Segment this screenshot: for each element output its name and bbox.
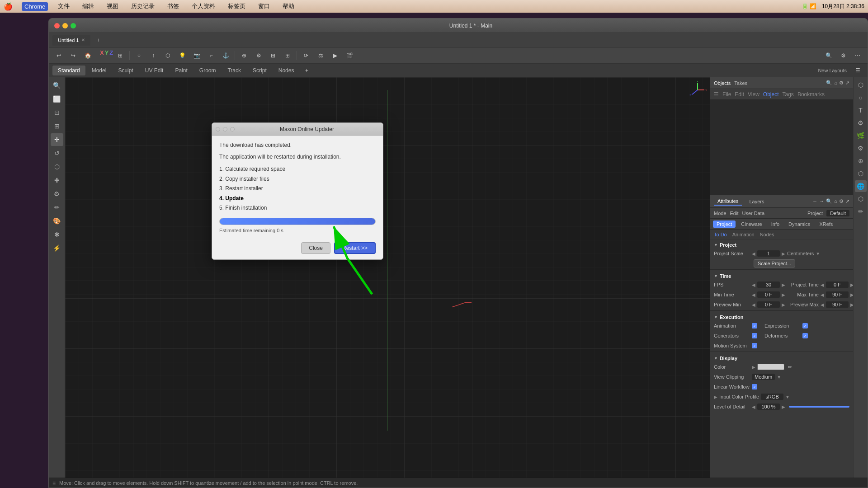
toolbar-undo[interactable]: ↩ bbox=[52, 49, 65, 62]
color-swatch[interactable] bbox=[757, 364, 784, 370]
view-clipping-value[interactable]: Medium bbox=[752, 374, 775, 380]
tab-groom[interactable]: Groom bbox=[194, 66, 222, 75]
tool-render2[interactable]: 🎬 bbox=[343, 49, 356, 62]
tab-objects[interactable]: Objects bbox=[714, 80, 731, 86]
max-time-value[interactable]: 90 F bbox=[826, 291, 849, 298]
menu-tabs[interactable]: 标签页 bbox=[225, 1, 248, 11]
tool-transform[interactable]: ✚ bbox=[51, 174, 63, 187]
lod-slider-track[interactable] bbox=[789, 406, 849, 408]
project-scale-unit-arrow[interactable]: ▼ bbox=[816, 251, 820, 256]
tab-untitled[interactable]: Untitled 1 ✕ bbox=[52, 35, 90, 46]
tool-coord[interactable]: ⊕ bbox=[238, 49, 250, 62]
menu-view[interactable]: 视图 bbox=[104, 1, 121, 11]
tab-standard[interactable]: Standard bbox=[52, 66, 85, 75]
view-clipping-dropdown[interactable]: ▼ bbox=[777, 375, 781, 380]
preview-max-arrow-left[interactable]: ◀ bbox=[821, 302, 824, 307]
attr-mode-label[interactable]: Mode bbox=[714, 211, 726, 216]
project-scale-arrow-left[interactable]: ◀ bbox=[752, 251, 755, 256]
rs-icon-camera2[interactable]: ⬡ bbox=[855, 168, 867, 179]
preview-min-arrow-left[interactable]: ◀ bbox=[752, 302, 755, 307]
tool-rotate-left[interactable]: ↺ bbox=[51, 147, 63, 160]
attr-subtab-dynamics[interactable]: Dynamics bbox=[785, 221, 814, 228]
obj-home-icon[interactable]: ⌂ bbox=[834, 80, 837, 86]
rs-icon-text[interactable]: T bbox=[855, 104, 867, 116]
project-scale-arrow-right[interactable]: ▶ bbox=[782, 251, 785, 256]
color-expand-arrow[interactable]: ▶ bbox=[752, 365, 755, 370]
attr-subtab-cineware[interactable]: Cineware bbox=[737, 221, 765, 228]
toolbar-redo[interactable]: ↪ bbox=[67, 49, 80, 62]
menu-edit[interactable]: 编辑 bbox=[80, 1, 97, 11]
viewport[interactable]: ≡ Perspective Display Cameras Display Op… bbox=[65, 77, 710, 488]
time-section-arrow[interactable]: ▼ bbox=[714, 274, 718, 278]
tab-model[interactable]: Model bbox=[86, 66, 112, 75]
attr-nav-back[interactable]: ← bbox=[812, 198, 817, 204]
maximize-button[interactable] bbox=[71, 23, 76, 28]
modal-min-btn[interactable] bbox=[223, 127, 227, 131]
menu-history[interactable]: 历史记录 bbox=[128, 1, 157, 11]
modal-close-button[interactable]: Close bbox=[301, 242, 330, 254]
filter-object-icon[interactable]: Object bbox=[763, 91, 779, 98]
menu-profile[interactable]: 个人资料 bbox=[189, 1, 218, 11]
attr-preset-value[interactable]: Default bbox=[826, 210, 849, 216]
tool-arrow[interactable]: ↑ bbox=[147, 49, 160, 62]
toolbar-more[interactable]: ⋯ bbox=[851, 49, 864, 62]
modal-dialog[interactable]: Maxon Online Updater The download has co… bbox=[212, 122, 383, 260]
preview-min-arrow-right[interactable]: ▶ bbox=[782, 302, 785, 307]
close-button[interactable] bbox=[54, 23, 60, 28]
lod-arrow-left[interactable]: ◀ bbox=[752, 404, 755, 409]
attr-subtab-project[interactable]: Project bbox=[713, 221, 736, 228]
rs-icon-light[interactable]: ✏ bbox=[855, 206, 867, 217]
attr-subtab-xrefs[interactable]: XRefs bbox=[816, 221, 836, 228]
min-time-value[interactable]: 0 F bbox=[757, 291, 780, 298]
animation-checkbox[interactable]: ✓ bbox=[752, 323, 757, 328]
tool-rect-select[interactable]: ⊞ bbox=[51, 120, 63, 132]
modal-max-btn[interactable] bbox=[230, 127, 235, 131]
tool-pen[interactable]: ✏ bbox=[51, 201, 63, 214]
attr-rowtab-nodes[interactable]: Nodes bbox=[760, 232, 774, 237]
obj-settings-icon[interactable]: ⚙ bbox=[839, 80, 844, 86]
axis-toggle[interactable]: ⊞ bbox=[114, 49, 127, 62]
tool-spline[interactable]: ⚡ bbox=[51, 242, 63, 254]
tool-search[interactable]: 🔍 bbox=[51, 79, 63, 92]
rs-icon-link[interactable]: ⊕ bbox=[855, 155, 867, 167]
attr-nav-forward[interactable]: → bbox=[819, 198, 824, 204]
toolbar-home[interactable]: 🏠 bbox=[81, 49, 94, 62]
tab-nodes[interactable]: Nodes bbox=[273, 66, 300, 75]
display-section-arrow[interactable]: ▼ bbox=[714, 356, 718, 361]
color-edit-icon[interactable]: ✏ bbox=[788, 364, 792, 370]
min-time-arrow-right[interactable]: ▶ bbox=[782, 292, 785, 297]
attr-rowtab-todo[interactable]: To Do bbox=[714, 232, 727, 237]
menu-help[interactable]: 帮助 bbox=[280, 1, 297, 11]
menu-window[interactable]: 窗口 bbox=[255, 1, 273, 11]
attr-close-icon[interactable]: ↗ bbox=[845, 198, 849, 204]
expression-checkbox[interactable]: ✓ bbox=[802, 323, 808, 328]
rs-icon-sphere[interactable]: ○ bbox=[855, 92, 867, 103]
filter-bookmarks-icon[interactable]: Bookmarks bbox=[797, 91, 825, 98]
tool-paint2[interactable]: 🎨 bbox=[51, 215, 63, 227]
modal-close-btn[interactable] bbox=[216, 127, 220, 131]
max-time-arrow-left[interactable]: ◀ bbox=[821, 292, 824, 297]
menu-chrome[interactable]: Chrome bbox=[22, 2, 48, 11]
tab-paint[interactable]: Paint bbox=[170, 66, 193, 75]
tool-snap[interactable]: ⚙ bbox=[252, 49, 265, 62]
filter-view-icon[interactable]: View bbox=[748, 91, 760, 98]
rs-icon-settings2[interactable]: ⚙ bbox=[855, 142, 867, 154]
tool-sphere[interactable]: ○ bbox=[132, 49, 145, 62]
attr-subtab-info[interactable]: Info bbox=[768, 221, 783, 228]
modal-restart-button[interactable]: Restart >> bbox=[334, 242, 376, 254]
attr-tab-attributes[interactable]: Attributes bbox=[714, 197, 742, 206]
proj-time-arrow-left[interactable]: ◀ bbox=[821, 282, 824, 287]
menu-bookmarks[interactable]: 书签 bbox=[165, 1, 182, 11]
filter-tags-icon[interactable]: Tags bbox=[783, 91, 794, 98]
tool-light[interactable]: 💡 bbox=[176, 49, 189, 62]
rs-icon-render2[interactable]: ⬡ bbox=[855, 193, 867, 205]
attr-search-icon[interactable]: 🔍 bbox=[826, 198, 832, 204]
tool-camera[interactable]: 📷 bbox=[190, 49, 203, 62]
tool-render[interactable]: ▶ bbox=[329, 49, 341, 62]
icp-dropdown[interactable]: ▼ bbox=[785, 394, 790, 399]
status-menu-icon[interactable]: ≡ bbox=[52, 480, 56, 486]
tool-scale[interactable]: ⚖ bbox=[314, 49, 327, 62]
filter-edit-icon[interactable]: Edit bbox=[735, 91, 744, 98]
toolbar-settings[interactable]: ⚙ bbox=[837, 49, 849, 62]
tool-select[interactable]: ⬜ bbox=[51, 93, 63, 105]
